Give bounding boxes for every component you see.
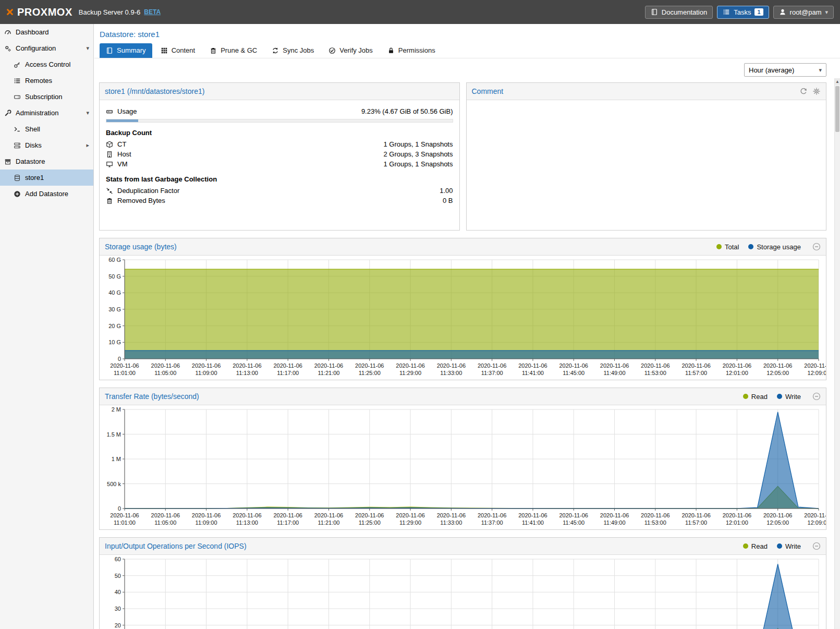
comment-body[interactable] [467, 100, 826, 227]
svg-text:500 k: 500 k [107, 481, 121, 487]
svg-text:60: 60 [115, 556, 121, 562]
svg-text:2020-11-06: 2020-11-06 [723, 512, 751, 518]
host-row: Host 2 Groups, 3 Snapshots [106, 149, 453, 159]
svg-text:12:09:00: 12:09:00 [808, 370, 826, 376]
sidebar-item-remotes[interactable]: Remotes [0, 72, 93, 89]
archive-icon [4, 158, 11, 165]
panel-title: Transfer Rate (bytes/second) [105, 392, 199, 401]
timeframe-value: Hour (average) [749, 66, 794, 74]
svg-text:2020-11-06: 2020-11-06 [681, 512, 710, 518]
gc-stats-heading: Stats from last Garbage Collection [106, 175, 453, 183]
tab-summary[interactable]: Summary [100, 43, 152, 58]
beta-link[interactable]: BETA [144, 8, 161, 16]
svg-text:0: 0 [118, 505, 121, 512]
brand-name: PROXMOX [17, 6, 72, 18]
key-icon [14, 61, 21, 68]
legend-item-write[interactable]: Write [777, 542, 801, 550]
svg-text:11:49:00: 11:49:00 [604, 370, 626, 376]
sidebar-item-label: Dashboard [16, 28, 49, 36]
storage-usage-chart: 010 G20 G30 G40 G50 G60 G2020-11-0611:01… [100, 256, 826, 380]
check-circle-icon [328, 47, 336, 54]
host-value: 2 Groups, 3 Snapshots [384, 150, 453, 158]
collapse-icon[interactable] [812, 243, 821, 251]
timeframe-select[interactable]: Hour (average) ▾ [744, 63, 826, 77]
sidebar-item-access-control[interactable]: Access Control [0, 56, 93, 72]
caret-down-icon: ▾ [819, 67, 822, 73]
sidebar-item-label: Add Datastore [25, 190, 68, 198]
svg-text:12:01:00: 12:01:00 [726, 370, 748, 376]
scrollbar[interactable]: ▲ [834, 78, 840, 629]
legend-item-read[interactable]: Read [743, 393, 768, 401]
sidebar-item-dashboard[interactable]: Dashboard [0, 24, 93, 40]
legend-item-read[interactable]: Read [743, 542, 768, 550]
gauge-icon [4, 29, 11, 36]
tasks-icon [723, 8, 730, 16]
sidebar-item-datastore[interactable]: Datastore [0, 153, 93, 170]
sidebar-item-administration[interactable]: Administration ▾ [0, 105, 93, 121]
vm-label: VM [117, 160, 128, 168]
sidebar-item-store1[interactable]: store1 [0, 170, 93, 186]
tab-sync-jobs[interactable]: Sync Jobs [265, 43, 320, 58]
svg-text:2020-11-06: 2020-11-06 [396, 512, 424, 518]
user-menu-button[interactable]: root@pam ▾ [773, 6, 834, 19]
svg-text:11:01:00: 11:01:00 [114, 370, 136, 376]
sidebar-item-configuration[interactable]: Configuration ▾ [0, 40, 93, 56]
reload-icon[interactable] [799, 87, 808, 95]
svg-text:11:41:00: 11:41:00 [522, 519, 544, 526]
collapse-icon[interactable] [812, 392, 821, 401]
ct-row: CT 1 Groups, 1 Snapshots [106, 139, 453, 149]
scroll-up-arrow[interactable]: ▲ [835, 78, 840, 85]
tab-label: Verify Jobs [339, 46, 373, 54]
sidebar-item-disks[interactable]: Disks ▸ [0, 137, 93, 153]
caret-down-icon: ▾ [825, 9, 828, 15]
svg-text:11:45:00: 11:45:00 [563, 370, 585, 376]
svg-text:2020-11-06: 2020-11-06 [355, 362, 384, 369]
legend-dot [777, 543, 782, 549]
svg-text:2020-11-06: 2020-11-06 [192, 512, 221, 518]
svg-text:11:01:00: 11:01:00 [114, 519, 136, 526]
svg-text:50 G: 50 G [108, 273, 121, 280]
svg-text:12:05:00: 12:05:00 [766, 370, 789, 376]
trash-icon [106, 197, 113, 204]
cube-icon [106, 141, 113, 148]
legend-dot [743, 543, 748, 549]
grid-icon [161, 47, 168, 54]
vm-row: VM 1 Groups, 1 Snapshots [106, 159, 453, 169]
svg-text:40 G: 40 G [108, 289, 121, 296]
svg-text:2020-11-06: 2020-11-06 [641, 512, 669, 518]
legend-item-write[interactable]: Write [777, 393, 801, 401]
collapse-icon[interactable] [812, 542, 821, 550]
svg-text:50: 50 [115, 573, 121, 579]
panel-title: Storage usage (bytes) [105, 243, 177, 251]
dedup-label: Deduplication Factor [117, 187, 179, 195]
svg-text:1 M: 1 M [112, 456, 121, 462]
book-icon [106, 47, 113, 54]
svg-text:2020-11-06: 2020-11-06 [110, 512, 139, 518]
legend-label: Total [725, 243, 739, 251]
tasks-button[interactable]: Tasks 1 [717, 6, 769, 19]
svg-text:11:45:00: 11:45:00 [563, 519, 585, 526]
svg-text:11:33:00: 11:33:00 [440, 519, 462, 526]
legend-item-storage-usage[interactable]: Storage usage [748, 243, 801, 251]
legend-item-total[interactable]: Total [716, 243, 739, 251]
scrollbar-thumb[interactable] [835, 86, 839, 132]
svg-text:12:05:00: 12:05:00 [766, 519, 789, 526]
usage-row: Usage 9.23% (4.67 GiB of 50.56 GiB) [106, 106, 453, 116]
tab-prune-gc[interactable]: Prune & GC [203, 43, 263, 58]
hdd-icon [106, 108, 113, 115]
tab-verify-jobs[interactable]: Verify Jobs [322, 43, 379, 58]
svg-text:11:05:00: 11:05:00 [154, 519, 176, 526]
list-icon [14, 77, 21, 84]
sidebar-item-label: Access Control [25, 61, 70, 68]
sidebar-item-subscription[interactable]: Subscription [0, 89, 93, 105]
svg-text:2020-11-06: 2020-11-06 [151, 512, 180, 518]
usage-value: 9.23% (4.67 GiB of 50.56 GiB) [361, 107, 453, 115]
toolbar: Hour (average) ▾ [94, 58, 840, 81]
sidebar-item-shell[interactable]: Shell [0, 121, 93, 137]
documentation-button[interactable]: Documentation [645, 6, 713, 19]
tab-permissions[interactable]: Permissions [381, 43, 442, 58]
gear-icon[interactable] [812, 87, 821, 95]
sidebar-item-add-datastore[interactable]: Add Datastore [0, 186, 93, 202]
svg-text:11:29:00: 11:29:00 [399, 370, 421, 376]
tab-content[interactable]: Content [154, 43, 202, 58]
